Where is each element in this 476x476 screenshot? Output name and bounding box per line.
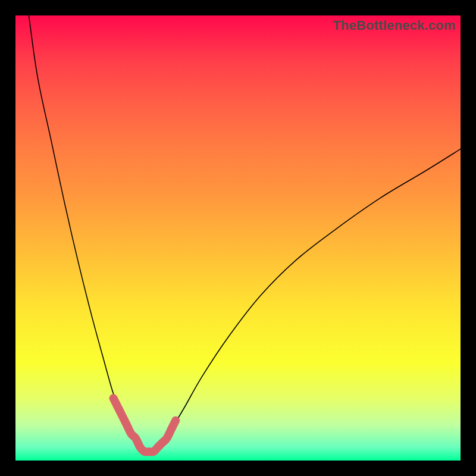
bottleneck-curve-path: [29, 15, 461, 452]
watermark-text: TheBottleneck.com: [333, 18, 456, 33]
chart-area: TheBottleneck.com: [15, 15, 461, 461]
chart-svg: [15, 15, 461, 461]
valley-highlight-path: [114, 398, 176, 452]
